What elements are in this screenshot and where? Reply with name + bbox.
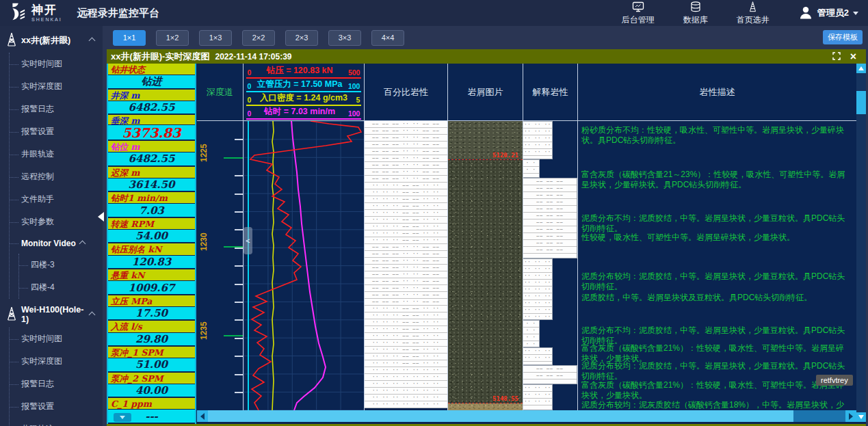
track-collapse-handle[interactable]: < xyxy=(244,227,252,254)
curve-scale-label: 钻时 = 7.03 min/m xyxy=(264,106,335,118)
parameter-row: 转速 RPM54.00 xyxy=(108,218,195,244)
sidebar-collapse-handle[interactable] xyxy=(98,212,104,222)
interp-lithology-segment: ·· ·· ···· ·· ···· ·· ·· xyxy=(523,384,553,410)
scroll-right-icon[interactable] xyxy=(845,410,856,422)
logo-cn: 神开 xyxy=(31,4,62,16)
interp-lithology-segment: —— —— ———— —— —— xyxy=(523,365,577,384)
depth-minor-tick xyxy=(235,248,243,249)
user-menu[interactable]: 管理员2 xyxy=(798,5,858,22)
layout-button-1x2[interactable]: 1×2 xyxy=(156,30,189,46)
cuttings-depth-label: 5120.21 xyxy=(492,152,518,159)
depth-chart-panel: xx井(新井眼)-实时深度图 2022-11-14 17:05:39 × 钻井状… xyxy=(107,49,866,426)
interp-lithology-segment: ·· ·· ···· ·· ···· ·· ···· ·· ···· ·· ·· xyxy=(523,121,553,159)
sidebar-item[interactable]: 井眼轨迹 xyxy=(10,143,103,165)
depth-tick-label: 1225 xyxy=(199,151,209,162)
layout-button-1x1[interactable]: 1×1 xyxy=(113,30,146,46)
lithology-pattern-row: —— —— —— ·· ·· —— —— xyxy=(365,135,447,142)
shenkai-logo-icon xyxy=(7,2,26,24)
curve-scale: 0钻时 = 7.03 min/m100 xyxy=(246,107,362,120)
parameter-label: 泵冲_1 SPM xyxy=(108,347,195,358)
lithology-description-text: 富含灰质（碳酸钙含量21%）：性较硬，吸水性、可塑性中等。岩屑呈碎块状，少量块状… xyxy=(581,380,850,401)
parameter-row: 泵冲_1 SPM51.00 xyxy=(108,347,195,373)
vertical-scrollbar[interactable] xyxy=(856,64,866,422)
horizontal-scrollbar[interactable] xyxy=(197,410,856,422)
curve-scale-max: 100 xyxy=(348,109,360,118)
sidebar-item[interactable]: 实时时间图 xyxy=(10,328,103,350)
curve-scale: 0入口密度 = 1.24 g/cm35 xyxy=(246,93,362,106)
sidebar-item[interactable]: 井眼轨迹 xyxy=(10,418,103,426)
cuttings-photo-header: 岩屑图片 xyxy=(448,64,523,121)
well-name: Wei-H100(Hole-1) xyxy=(21,305,86,324)
depth-minor-tick xyxy=(235,284,243,285)
sidebar-item[interactable]: 实时深度图 xyxy=(10,350,103,373)
lithology-pattern-row: ·· ·· ·· —— —— ·· ·· xyxy=(365,210,447,217)
layout-button-1x3[interactable]: 1×3 xyxy=(199,30,232,46)
depth-major-tick xyxy=(224,335,243,336)
parameter-row: 悬重 kN1009.67 xyxy=(108,269,195,295)
cuttings-photo-track: 岩屑图片 5120.215148.55 xyxy=(448,64,523,410)
horizontal-scroll-thumb[interactable] xyxy=(208,410,793,422)
curve-scale-label: 入口密度 = 1.24 g/cm3 xyxy=(260,92,347,104)
sidebar-item[interactable]: 报警日志 xyxy=(10,373,103,395)
vertical-scroll-thumb[interactable] xyxy=(856,91,866,114)
depth-minor-tick xyxy=(235,392,243,393)
lithology-description-track: 岩性描述 粉砂质分布不均：性较硬，吸水性、可塑性中等。岩屑呈块状，少量碎块状。具… xyxy=(578,64,856,410)
topbar-menu-2[interactable]: 数据库 xyxy=(683,1,708,24)
sidebar-item[interactable]: 远程控制 xyxy=(10,165,103,188)
parameter-row: 钻井状态钻进 xyxy=(108,64,195,90)
sidebar-item[interactable]: 报警设置 xyxy=(10,120,103,143)
layout-button-3x3[interactable]: 3×3 xyxy=(328,30,361,46)
parameter-value: 3614.50 xyxy=(108,178,195,193)
sidebar-item[interactable]: 实时时间图 xyxy=(10,53,103,75)
parameter-row: 井深 m6482.55 xyxy=(108,90,195,116)
lithology-pattern-row: ·· ·· ·· —— —— ·· ·· xyxy=(365,196,447,203)
curve-track-header: 0钻压 = 120.83 kN5000立管压力 = 17.50 MPa1000入… xyxy=(244,64,364,121)
lithology-pattern-row: ·· ·· ·· —— —— ·· ·· xyxy=(365,347,447,354)
depth-tick-label: 1235 xyxy=(199,329,209,340)
sidebar-item[interactable]: 实时参数 xyxy=(10,211,103,233)
interp-lithology-segment: · ·· · xyxy=(523,159,540,178)
interp-lithology-segment: ·· ·· ···· ·· ·· xyxy=(523,347,553,365)
topbar-menu-3[interactable]: 首页选井 xyxy=(737,1,770,24)
parameter-value: --- xyxy=(108,410,195,424)
lithology-description-text: 泥质分布较均：泥灰质胶结（碳酸钙含量18%），中等。岩屑呈块状，少量豆粒状。具P… xyxy=(581,400,850,410)
depth-track-header: 深度道 xyxy=(197,64,243,121)
sidebar-item-monitor-video[interactable]: Monitor Video xyxy=(10,233,103,254)
interp-lithology-segment: · ·· ·· ·· · xyxy=(523,320,540,347)
parameter-label: 井深 m xyxy=(108,90,195,101)
sidebar-item-camera[interactable]: 四楼-4 xyxy=(19,276,103,299)
sidebar-well-0[interactable]: xx井(新井眼) xyxy=(0,26,103,53)
parameter-value: 6482.55 xyxy=(108,152,195,167)
sidebar-well-1[interactable]: Wei-H100(Hole-1) xyxy=(0,299,103,328)
sidebar-item[interactable]: 报警日志 xyxy=(10,98,103,120)
lithology-pattern-row: —— —— —— ·· ·· —— —— xyxy=(365,155,447,162)
close-icon[interactable]: × xyxy=(850,51,856,62)
lithology-pattern-row: —— —— —— ·· ·· —— —— xyxy=(365,176,447,183)
save-template-button[interactable]: 保存模板 xyxy=(823,30,863,44)
lithology-description-text: 泥质分布不均：泥质胶结，中等。岩屑呈块状，少量豆粒状。具PDC钻头切削特征。 xyxy=(581,213,850,234)
layout-button-4x4[interactable]: 4×4 xyxy=(371,30,404,46)
topbar-menu-1[interactable]: 后台管理 xyxy=(622,1,655,24)
sidebar-item[interactable]: 文件助手 xyxy=(10,188,103,211)
sidebar-item-camera[interactable]: 四楼-3 xyxy=(19,254,103,276)
lithology-pattern-row: —— —— —— ·· ·· —— —— xyxy=(365,169,447,176)
scroll-left-icon[interactable] xyxy=(197,410,208,422)
parameter-value: 1009.67 xyxy=(108,281,195,295)
panel-title: xx井(新井眼)-实时深度图 xyxy=(111,51,209,63)
layout-button-2x3[interactable]: 2×3 xyxy=(285,30,318,46)
lithology-pattern-row: ·· ·· ·· —— —— ·· ·· xyxy=(365,183,447,189)
parameter-value: 120.83 xyxy=(108,256,195,270)
lithology-pattern-row: —— —— —— ·· ·· —— —— xyxy=(365,299,447,306)
layout-button-2x2[interactable]: 2×2 xyxy=(242,30,275,46)
topbar-menu-label: 后台管理 xyxy=(622,16,655,25)
parameter-label: 钻时1 min/m xyxy=(108,192,195,204)
sidebar-item[interactable]: 报警设置 xyxy=(10,395,103,418)
sidebar-item[interactable]: 实时深度图 xyxy=(10,75,103,98)
parameter-dropdown-button[interactable] xyxy=(114,413,131,422)
curve-scale: 0钻压 = 120.83 kN500 xyxy=(246,66,362,79)
scroll-down-icon[interactable] xyxy=(856,412,866,422)
parameter-row: 立压 MPa17.50 xyxy=(108,295,195,321)
scroll-up-icon[interactable] xyxy=(856,64,866,73)
lithology-pattern-row: ·· ·· ·· —— —— ·· ·· xyxy=(365,230,447,237)
maximize-icon[interactable] xyxy=(832,51,841,63)
